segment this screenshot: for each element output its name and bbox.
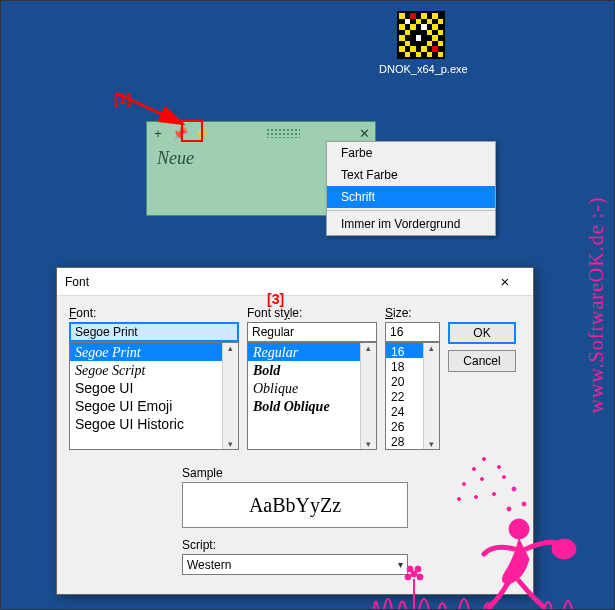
svg-point-14: [552, 539, 576, 559]
menu-item-farbe[interactable]: Farbe: [327, 142, 495, 164]
font-input[interactable]: [69, 322, 239, 342]
list-item[interactable]: Segoe Print: [70, 343, 238, 361]
context-menu: Farbe Text Farbe Schrift Immer im Vorder…: [326, 141, 496, 236]
sample-label: Sample: [182, 466, 408, 480]
dialog-close-icon[interactable]: ×: [485, 273, 525, 290]
pin-icon[interactable]: 📌: [171, 124, 189, 142]
scrollbar[interactable]: [423, 343, 439, 449]
font-dialog: Font × [3] Font: Segoe Print Segoe Scrip…: [56, 267, 534, 595]
plus-icon[interactable]: +: [149, 124, 167, 142]
svg-line-0: [116, 93, 183, 124]
dialog-titlebar[interactable]: Font ×: [57, 268, 533, 296]
sample-box: AaBbYyZz: [182, 482, 408, 528]
list-item[interactable]: Segoe Script: [70, 361, 238, 379]
script-value: Western: [187, 558, 231, 572]
size-input[interactable]: [385, 322, 440, 342]
bolt-icon[interactable]: ⚡: [193, 124, 211, 142]
desktop-icon-dnok[interactable]: DNOK_x64_p.exe: [379, 11, 463, 75]
menu-separator: [327, 210, 495, 211]
script-select[interactable]: Western ▾: [182, 554, 408, 575]
dialog-title-text: Font: [65, 275, 485, 289]
style-listbox[interactable]: Regular Bold Oblique Bold Oblique: [247, 342, 377, 450]
list-item[interactable]: Segoe UI Historic: [70, 415, 238, 433]
list-item[interactable]: Segoe UI Emoji: [70, 397, 238, 415]
list-item[interactable]: Regular: [248, 343, 376, 361]
script-label: Script:: [182, 538, 408, 552]
menu-item-textfarbe[interactable]: Text Farbe: [327, 164, 495, 186]
list-item[interactable]: Segoe UI: [70, 379, 238, 397]
desktop-icon-label: DNOK_x64_p.exe: [379, 63, 463, 75]
watermark-text: www.SoftwareOK.de :-): [585, 197, 608, 414]
list-item[interactable]: Bold: [248, 361, 376, 379]
size-listbox[interactable]: 16 18 20 22 24 26 28: [385, 342, 440, 450]
list-item[interactable]: Bold Oblique: [248, 397, 376, 415]
ok-button[interactable]: OK: [448, 322, 516, 344]
scrollbar[interactable]: [360, 343, 376, 449]
scrollbar[interactable]: [222, 343, 238, 449]
font-listbox[interactable]: Segoe Print Segoe Script Segoe UI Segoe …: [69, 342, 239, 450]
close-icon[interactable]: ✕: [355, 124, 373, 142]
grip-icon[interactable]: [266, 128, 300, 138]
list-item[interactable]: Oblique: [248, 379, 376, 397]
cancel-button[interactable]: Cancel: [448, 350, 516, 372]
menu-item-vordergrund[interactable]: Immer im Vordergrund: [327, 213, 495, 235]
menu-item-schrift[interactable]: Schrift: [327, 186, 495, 208]
font-label: Font:: [69, 306, 239, 320]
style-label: Font style:: [247, 306, 377, 320]
style-input[interactable]: [247, 322, 377, 342]
exe-icon: [397, 11, 445, 59]
chevron-down-icon: ▾: [398, 559, 403, 570]
annotation-label-1: [1]: [114, 91, 131, 107]
size-label: Size:: [385, 306, 440, 320]
